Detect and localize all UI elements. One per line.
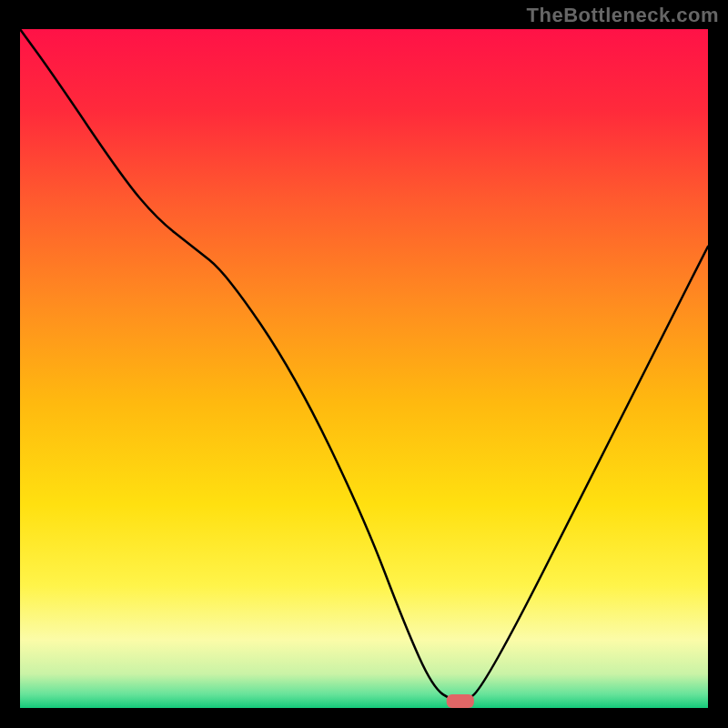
chart-background-gradient xyxy=(20,29,708,708)
optimal-marker-icon xyxy=(447,694,474,708)
watermark-label: TheBottleneck.com xyxy=(527,4,719,27)
chart-plot-area xyxy=(20,29,708,708)
chart-svg xyxy=(20,29,708,708)
